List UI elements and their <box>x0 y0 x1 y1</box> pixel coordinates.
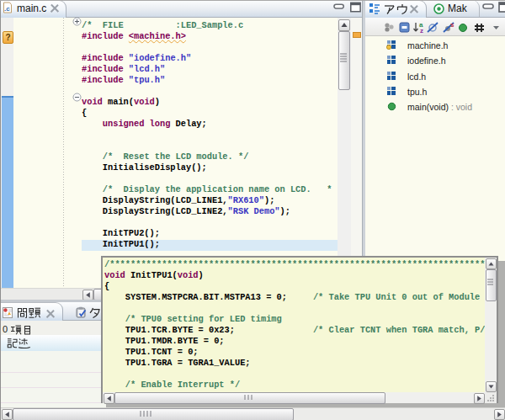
svg-text:z: z <box>420 27 423 35</box>
svg-text:s: s <box>450 21 454 29</box>
svg-text:.c: .c <box>4 5 10 13</box>
